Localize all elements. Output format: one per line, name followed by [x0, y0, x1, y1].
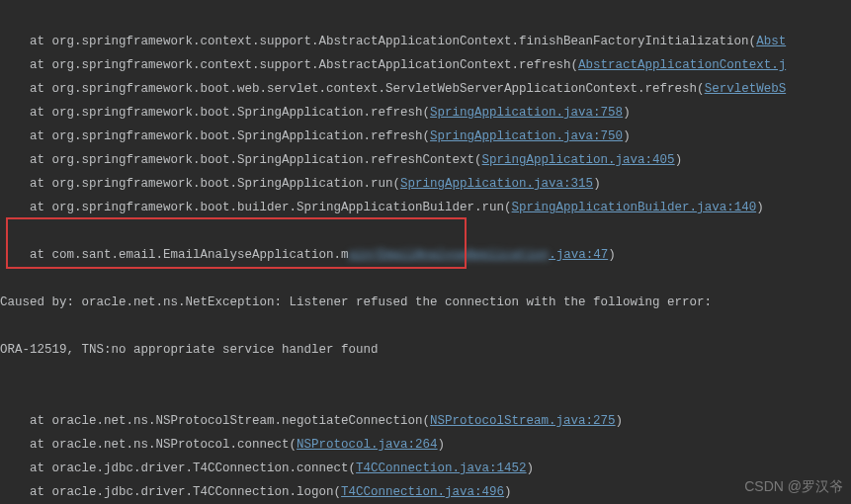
ora-error-line: ORA-12519, TNS:no appropriate service ha… — [0, 338, 851, 362]
source-link[interactable]: SpringApplication.java:758 — [430, 106, 623, 120]
source-link[interactable]: T4CConnection.java:496 — [341, 485, 504, 499]
source-link[interactable]: SpringApplication.java:405 — [482, 153, 675, 167]
stack-frame: at org.springframework.boot.web.servlet.… — [0, 77, 851, 101]
stack-frame: at oracle.net.ns.NSProtocol.connect(NSPr… — [0, 433, 851, 457]
source-link[interactable]: NSProtocolStream.java:275 — [430, 414, 616, 428]
source-link[interactable]: T4CConnection.java:1452 — [356, 462, 527, 475]
stack-frame: at org.springframework.boot.SpringApplic… — [0, 101, 851, 125]
caused-by-line: Caused by: oracle.net.ns.NetException: L… — [0, 291, 851, 314]
stack-frame: at oracle.jdbc.driver.T4CConnection.conn… — [0, 457, 851, 480]
source-link[interactable]: Abst — [756, 35, 786, 48]
source-link[interactable]: SpringApplicationBuilder.java:140 — [512, 201, 757, 214]
source-link[interactable]: ServletWebS — [705, 82, 787, 96]
watermark: CSDN @罗汉爷 — [744, 474, 843, 498]
console-output: at org.springframework.context.support.A… — [0, 0, 851, 504]
source-link[interactable]: AbstractApplicationContext.j — [578, 58, 786, 72]
source-link[interactable]: SpringApplication.java:750 — [430, 129, 623, 143]
stack-frame: at com.sant.email.EmailAnalyseApplicatio… — [0, 243, 851, 267]
stack-frame: at org.springframework.boot.SpringApplic… — [0, 148, 851, 172]
source-link[interactable]: NSProtocol.java:264 — [297, 438, 438, 452]
stack-frame: at oracle.net.ns.NSProtocolStream.negoti… — [0, 409, 851, 433]
stack-frame: at org.springframework.context.support.A… — [0, 53, 851, 77]
stack-frame: at oracle.jdbc.driver.T4CConnection.logo… — [0, 480, 851, 504]
stack-frame: at org.springframework.boot.builder.Spri… — [0, 196, 851, 219]
stack-frame: at org.springframework.boot.SpringApplic… — [0, 125, 851, 148]
stack-frame: at org.springframework.boot.SpringApplic… — [0, 172, 851, 196]
stack-frame: at org.springframework.context.support.A… — [0, 30, 851, 53]
source-link[interactable]: .java:47 — [549, 248, 608, 262]
source-link[interactable]: ain(EmailAnalyseApplication — [349, 248, 550, 262]
source-link[interactable]: SpringApplication.java:315 — [400, 177, 593, 191]
